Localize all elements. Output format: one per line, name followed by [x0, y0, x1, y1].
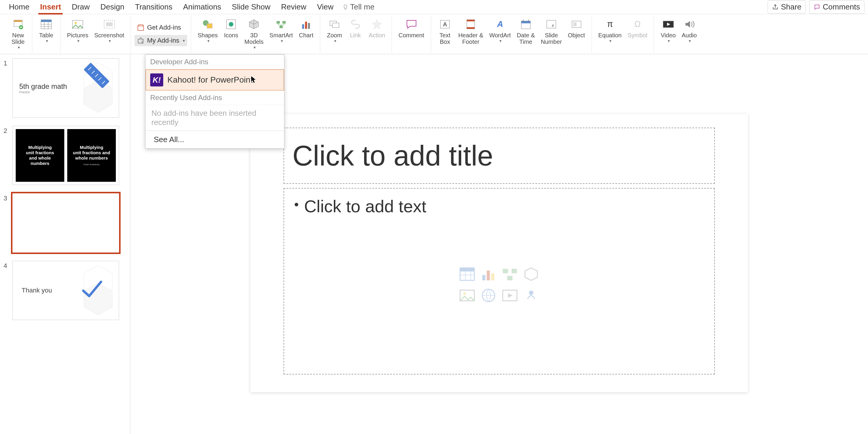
symbol-button: Ω Symbol [624, 16, 650, 40]
link-icon [349, 18, 362, 31]
chevron-down-icon: ▾ [109, 38, 111, 43]
tab-home[interactable]: Home [4, 0, 35, 14]
table-button[interactable]: Table ▾ [36, 16, 57, 44]
video-button[interactable]: Video ▾ [658, 16, 679, 44]
share-button[interactable]: Share [768, 0, 806, 13]
svg-rect-9 [138, 26, 144, 31]
object-icon [570, 18, 583, 31]
get-addins-label: Get Add-ins [147, 24, 181, 31]
audio-button[interactable]: Audio ▾ [679, 16, 700, 44]
object-label: Object [568, 32, 585, 38]
tab-transitions[interactable]: Transitions [130, 0, 178, 14]
insert-chart-icon[interactable] [479, 265, 497, 283]
comment-icon [405, 18, 418, 31]
svg-rect-4 [41, 20, 51, 22]
3d-models-button[interactable]: 3D Models ▾ [242, 16, 266, 51]
icons-button[interactable]: Icons [221, 16, 242, 40]
addin-kahoot[interactable]: K! Kahoot! for PowerPoint [146, 69, 284, 91]
svg-rect-43 [482, 275, 486, 280]
tab-view[interactable]: View [312, 0, 339, 14]
chevron-down-icon: ▾ [499, 38, 501, 43]
insert-online-picture-icon[interactable] [479, 287, 497, 304]
slide-number-4: 4 [4, 261, 9, 270]
slide-canvas[interactable]: Click to add title • Click to add text [250, 114, 748, 392]
comment-button[interactable]: Comment [396, 16, 427, 40]
svg-rect-45 [491, 273, 494, 280]
wordart-icon: A [494, 18, 506, 31]
insert-picture-icon[interactable] [458, 287, 476, 304]
slide-thumb-3-preview[interactable] [12, 193, 119, 253]
object-button[interactable]: Object [565, 16, 588, 40]
shapes-button[interactable]: Shapes ▾ [195, 16, 221, 44]
chevron-down-icon: ▾ [281, 38, 283, 43]
slide-thumb-4-preview[interactable]: Thank you [12, 261, 119, 320]
svg-rect-42 [460, 268, 474, 271]
title-placeholder[interactable]: Click to add title [283, 128, 715, 184]
svg-rect-15 [282, 21, 286, 24]
chevron-down-icon: ▾ [254, 45, 256, 50]
slide-thumb-2-preview[interactable]: Multiplying unit fractions and whole num… [12, 126, 119, 185]
my-addins-button[interactable]: My Add-ins ▾ [134, 35, 187, 46]
insert-icon-icon[interactable] [522, 287, 540, 304]
svg-rect-30 [547, 21, 556, 28]
slide-thumb-1-preview[interactable]: 5th grade math Practice [12, 58, 119, 118]
chevron-down-icon: ▾ [18, 45, 20, 50]
comments-icon [814, 4, 820, 10]
smartart-button[interactable]: SmartArt ▾ [267, 16, 296, 44]
equation-button[interactable]: π Equation ▾ [595, 16, 625, 44]
icons-label: Icons [224, 32, 238, 38]
slide-thumb-4[interactable]: 4 Thank you [4, 261, 126, 320]
date-time-button[interactable]: Date & Time [514, 16, 538, 46]
symbol-icon: Ω [631, 18, 644, 31]
chevron-down-icon: ▾ [46, 38, 48, 43]
svg-rect-29 [521, 21, 531, 23]
tab-draw[interactable]: Draw [66, 0, 95, 14]
svg-text:A: A [497, 19, 503, 29]
dropdown-recent-empty: No add-ins have been inserted recently [146, 105, 284, 131]
slide-number-button[interactable]: # Slide Number [538, 16, 565, 46]
tab-insert[interactable]: Insert [35, 0, 66, 14]
screenshot-label: Screenshot [94, 32, 124, 38]
slide-2-khan-academy: Khan Academy [84, 163, 99, 166]
insert-table-icon[interactable] [458, 265, 476, 283]
comments-button[interactable]: Comments [809, 0, 864, 13]
mouse-cursor-icon [250, 75, 257, 84]
svg-rect-14 [277, 21, 280, 24]
see-all-addins[interactable]: See All... [146, 131, 284, 148]
dropdown-header-developer: Developer Add-ins [146, 55, 284, 69]
chart-button[interactable]: Chart [296, 16, 316, 40]
pictures-button[interactable]: Pictures ▾ [64, 16, 91, 44]
link-label: Link [350, 32, 361, 38]
slide-2-left-panel: Multiplying unit fractions and whole num… [16, 129, 64, 182]
new-slide-icon [12, 19, 24, 30]
new-slide-button[interactable]: New Slide ▾ [8, 16, 28, 51]
wordart-button[interactable]: A WordArt ▾ [486, 16, 514, 44]
tab-design[interactable]: Design [95, 0, 130, 14]
svg-rect-47 [512, 269, 517, 273]
screenshot-button[interactable]: Screenshot ▾ [91, 16, 127, 44]
tell-me-search[interactable]: Tell me [342, 2, 374, 11]
slide-thumb-2[interactable]: 2 Multiplying unit fractions and whole n… [4, 126, 126, 185]
table-icon [40, 18, 53, 31]
tab-slide-show[interactable]: Slide Show [227, 0, 276, 14]
zoom-button[interactable]: Zoom ▾ [324, 16, 345, 44]
header-footer-button[interactable]: Header & Footer [455, 16, 487, 46]
tab-animations[interactable]: Animations [178, 0, 227, 14]
insert-smartart-icon[interactable] [501, 265, 519, 283]
slide-thumbnail-panel[interactable]: 1 5th grade math Practice 2 Multiplying … [0, 54, 130, 434]
slide-thumb-1[interactable]: 1 5th grade math Practice [4, 58, 126, 118]
content-placeholder[interactable]: • Click to add text [283, 188, 715, 374]
insert-video-icon[interactable] [501, 287, 519, 304]
svg-rect-48 [507, 276, 513, 280]
addin-kahoot-label: Kahoot! for PowerPoint [167, 75, 253, 85]
text-box-button[interactable]: A Text Box [435, 16, 455, 46]
slide-thumb-3[interactable]: 3 [4, 193, 126, 253]
shapes-label: Shapes [197, 32, 218, 38]
content-placeholder-icons[interactable] [458, 265, 540, 304]
insert-3d-icon[interactable] [522, 265, 540, 283]
tab-review[interactable]: Review [276, 0, 312, 14]
get-addins-button[interactable]: Get Add-ins [134, 22, 187, 33]
content-placeholder-text: Click to add text [304, 196, 426, 216]
wordart-label: WordArt [489, 32, 511, 38]
comment-label: Comment [398, 32, 424, 38]
